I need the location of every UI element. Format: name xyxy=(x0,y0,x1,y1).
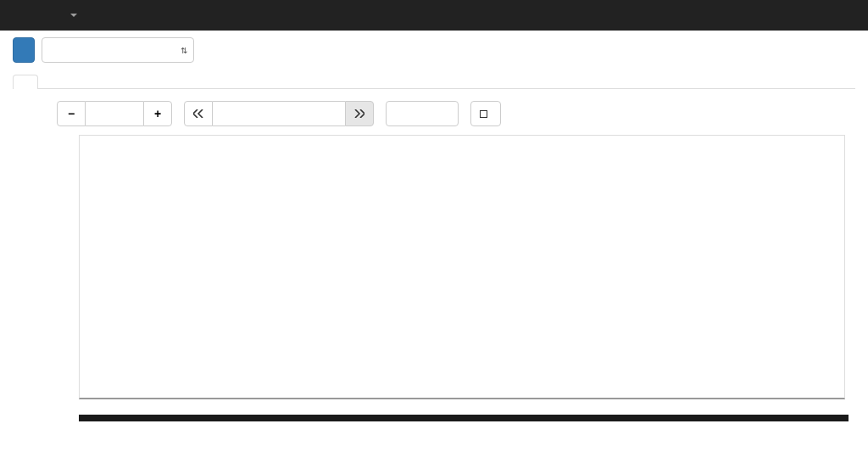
time-nav-group xyxy=(184,101,374,126)
tab-graph[interactable] xyxy=(13,75,38,89)
range-decrease-button[interactable]: − xyxy=(57,101,86,126)
query-select[interactable] xyxy=(42,37,194,63)
range-increase-button[interactable]: + xyxy=(143,101,172,126)
plot-border xyxy=(79,135,845,399)
range-input[interactable] xyxy=(86,101,143,126)
tabs xyxy=(13,75,855,89)
resolution-input[interactable] xyxy=(386,101,459,126)
graph-controls: − + xyxy=(13,89,855,135)
range-group: − + xyxy=(57,101,172,126)
tab-console[interactable] xyxy=(38,75,64,89)
nav-status[interactable] xyxy=(67,14,77,17)
stacked-toggle[interactable] xyxy=(470,101,501,126)
execute-button[interactable] xyxy=(13,37,35,63)
time-back-button[interactable] xyxy=(184,101,213,126)
legend xyxy=(79,415,849,421)
navbar xyxy=(0,0,868,31)
square-icon xyxy=(480,110,487,118)
datetime-input[interactable] xyxy=(213,101,345,126)
time-forward-button[interactable] xyxy=(345,101,374,126)
chart-area[interactable] xyxy=(19,135,849,415)
chevron-down-icon xyxy=(70,14,77,17)
